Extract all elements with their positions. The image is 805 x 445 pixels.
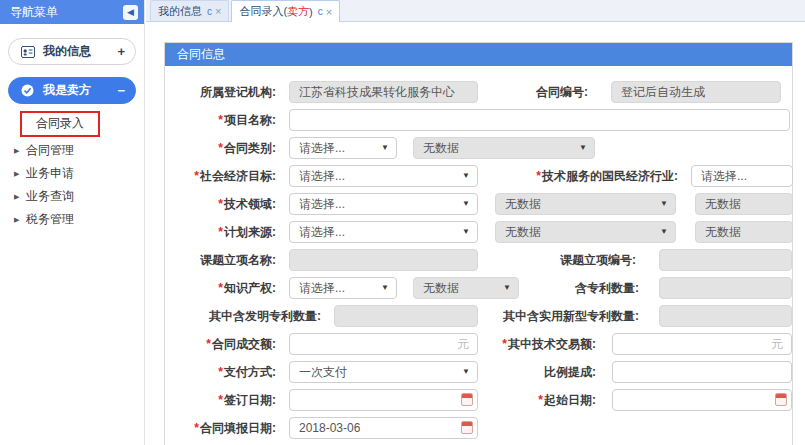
required-marker: *	[218, 197, 223, 211]
item-label: 税务管理	[26, 211, 74, 228]
collapse-sidebar-button[interactable]: ◀	[123, 5, 138, 20]
required-marker: *	[218, 393, 223, 407]
calendar-icon[interactable]	[775, 393, 787, 406]
field-value: 无数据	[423, 278, 459, 298]
sidebar-item-business-application[interactable]: ▶ 业务申请	[0, 162, 144, 185]
field-value: 江苏省科技成果转化服务中心	[299, 82, 455, 102]
required-marker: *	[194, 169, 199, 183]
payment-method-select[interactable]: 一次支付▼	[289, 361, 478, 383]
caret-icon: ▶	[14, 170, 26, 178]
field-value: 2018-03-06	[299, 418, 360, 438]
project-name-label: *项目名称:	[165, 106, 282, 134]
form-row: *技术领域:请选择...▼无数据▼无数据	[165, 190, 792, 218]
field-value: 无数据	[423, 138, 459, 158]
required-marker: *	[502, 337, 507, 351]
national-economy-industry-select[interactable]: 请选择...	[691, 165, 793, 187]
dropdown-arrow-icon: ▼	[462, 222, 470, 242]
project-approval-no-label: 课题立项编号:	[525, 246, 642, 274]
main-area: 我的信息 c × 合同录入(卖方) c × 合同信息 所属登记机构:江苏省科技成…	[146, 0, 805, 445]
start-date-label: *起始日期:	[485, 386, 602, 414]
tab-label-suffix: )	[309, 6, 313, 18]
invention-patent-count-input	[334, 305, 478, 327]
form-row: 课题立项名称:课题立项编号:	[165, 246, 792, 274]
dropdown-arrow-icon: ▼	[660, 222, 668, 242]
form-row: *合同成交额:元*其中技术交易额:元	[165, 330, 792, 358]
commission-ratio-label: 比例提成:	[485, 358, 602, 386]
field-value: 无数据	[505, 194, 541, 214]
form-row: *签订日期:*起始日期:	[165, 386, 792, 414]
field-value: 请选择...	[299, 166, 345, 186]
sidebar-section-my-info[interactable]: 我的信息 +	[8, 38, 136, 65]
form-row: *项目名称:	[165, 106, 792, 134]
form-row: *计划来源:请选择...▼无数据▼无数据	[165, 218, 792, 246]
required-marker: *	[206, 337, 211, 351]
contract-info-panel: 合同信息 所属登记机构:江苏省科技成果转化服务中心合同编号:登记后自动生成*项目…	[164, 42, 793, 445]
start-date-input[interactable]	[612, 389, 792, 411]
plan-source-sub-select: 无数据▼	[495, 221, 676, 243]
project-approval-no-input	[659, 249, 792, 271]
ip-select[interactable]: 请选择...▼	[289, 277, 397, 299]
required-marker: *	[538, 393, 543, 407]
field-value: 请选择...	[299, 194, 345, 214]
tech-field-select[interactable]: 请选择...▼	[289, 193, 478, 215]
refresh-tab-icon[interactable]: c	[207, 6, 212, 17]
socioeconomic-target-label: *社会经济目标:	[165, 162, 282, 190]
calendar-icon[interactable]	[461, 421, 473, 434]
form-body: 所属登记机构:江苏省科技成果转化服务中心合同编号:登记后自动生成*项目名称:*合…	[165, 66, 792, 442]
tab-bar: 我的信息 c × 合同录入(卖方) c ×	[146, 0, 805, 22]
contract-no-label: 合同编号:	[494, 78, 594, 106]
field-value: 请选择...	[299, 138, 345, 158]
tech-trade-amount-label: *其中技术交易额:	[485, 330, 602, 358]
calendar-icon-top	[462, 394, 472, 398]
unit-suffix: 元	[457, 334, 469, 354]
circle-check-icon	[21, 84, 36, 97]
field-value: 无数据	[705, 222, 741, 242]
close-tab-icon[interactable]: ×	[215, 5, 221, 17]
calendar-icon[interactable]	[461, 393, 473, 406]
close-tab-icon[interactable]: ×	[326, 6, 332, 18]
tab-my-info[interactable]: 我的信息 c ×	[150, 0, 229, 21]
tech-trade-amount-input[interactable]: 元	[612, 333, 792, 355]
required-marker: *	[536, 169, 541, 183]
project-name-input[interactable]	[289, 109, 790, 131]
tab-contract-entry-seller[interactable]: 合同录入(卖方) c ×	[231, 0, 340, 22]
sidebar-item-contract-entry[interactable]: 合同录入	[20, 113, 144, 135]
utility-model-patent-count-label: 其中含实用新型专利数量:	[495, 302, 645, 330]
project-approval-name-input	[289, 249, 478, 271]
unit-suffix: 元	[771, 334, 783, 354]
contract-type-label: *合同类别:	[165, 134, 282, 162]
plan-source-sub2-select: 无数据	[695, 221, 793, 243]
socioeconomic-target-select[interactable]: 请选择...▼	[289, 165, 478, 187]
sidebar-title: 导航菜单	[10, 4, 123, 21]
field-value: 请选择...	[299, 278, 345, 298]
sidebar-item-tax-management[interactable]: ▶ 税务管理	[0, 208, 144, 231]
form-row: *支付方式:一次支付▼比例提成:	[165, 358, 792, 386]
sign-date-input[interactable]	[289, 389, 478, 411]
tech-field-sub2-select: 无数据	[695, 193, 793, 215]
national-economy-industry-label: *技术服务的国民经济行业:	[495, 162, 684, 190]
sidebar-item-contract-management[interactable]: ▶ 合同管理	[0, 139, 144, 162]
report-date-input[interactable]: 2018-03-06	[289, 417, 478, 439]
field-value: 请选择...	[299, 222, 345, 242]
commission-ratio-input[interactable]	[612, 361, 792, 383]
contract-amount-input[interactable]: 元	[289, 333, 478, 355]
required-marker: *	[218, 141, 223, 155]
panel-title: 合同信息	[177, 47, 225, 61]
dropdown-arrow-icon: ▼	[579, 138, 587, 158]
tech-field-label: *技术领域:	[165, 190, 282, 218]
item-label: 业务查询	[26, 188, 74, 205]
collapse-icon: −	[117, 83, 125, 98]
calendar-icon-top	[462, 422, 472, 426]
form-row: *合同填报日期:2018-03-06	[165, 414, 792, 442]
refresh-tab-icon[interactable]: c	[318, 6, 323, 17]
dropdown-arrow-icon: ▼	[462, 362, 470, 382]
plan-source-select[interactable]: 请选择...▼	[289, 221, 478, 243]
sidebar-item-business-query[interactable]: ▶ 业务查询	[0, 185, 144, 208]
section-label: 我是卖方	[43, 82, 117, 99]
contract-type-sub-select: 无数据▼	[413, 137, 595, 159]
form-row: *合同类别:请选择...▼无数据▼	[165, 134, 792, 162]
sidebar-section-seller[interactable]: 我是卖方 −	[8, 77, 136, 104]
sidebar: 导航菜单 ◀ 我的信息 + 我是卖方 − 合同录入 ▶ 合同管理	[0, 0, 145, 445]
invention-patent-count-label: 其中含发明专利数量:	[165, 302, 327, 330]
contract-type-select[interactable]: 请选择...▼	[289, 137, 397, 159]
